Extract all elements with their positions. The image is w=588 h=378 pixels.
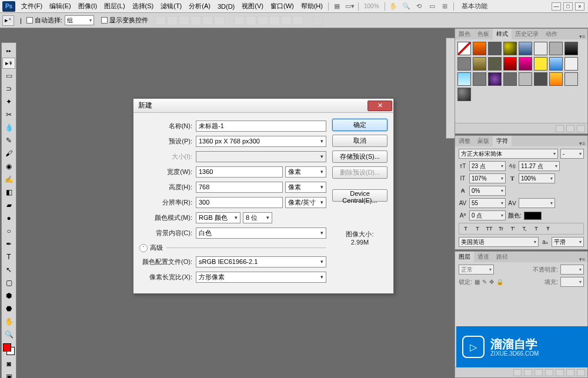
menu-edit[interactable]: 编辑(E) <box>46 2 75 11</box>
menu-file[interactable]: 文件(F) <box>18 2 46 11</box>
dist-right-icon[interactable] <box>293 16 303 25</box>
fill-input[interactable] <box>560 277 584 287</box>
opacity-input[interactable] <box>560 265 584 275</box>
style-swatch[interactable] <box>519 72 532 86</box>
style-swatch[interactable] <box>564 42 578 55</box>
crop-tool[interactable]: ✂ <box>2 109 15 121</box>
preset-select[interactable]: 1360 px X 768 px300 <box>196 136 326 147</box>
tab-styles[interactable]: 样式 <box>493 29 512 39</box>
style-swatch[interactable] <box>534 57 547 71</box>
vscale-input[interactable]: 107% <box>469 173 506 183</box>
hand-icon[interactable]: ✋ <box>388 2 399 11</box>
panel-menu-icon[interactable]: ▾≡ <box>577 141 587 146</box>
save-preset-button[interactable]: 存储预设(S)... <box>332 150 387 163</box>
minimize-button[interactable]: — <box>552 2 561 11</box>
style-swatch[interactable] <box>564 57 578 71</box>
trash-icon[interactable] <box>577 369 585 376</box>
faux-bold[interactable]: T <box>460 225 471 233</box>
style-swatch[interactable] <box>503 72 517 86</box>
width-unit-select[interactable]: 像素 <box>285 166 326 178</box>
style-swatch[interactable] <box>473 72 486 86</box>
tab-layers[interactable]: 图层 <box>455 252 474 262</box>
wand-tool[interactable]: ✦ <box>2 96 15 108</box>
color-swatch[interactable] <box>3 343 15 355</box>
history-icon[interactable]: ▭▾ <box>345 2 355 11</box>
type-tool[interactable]: T <box>2 251 15 263</box>
auto-select-checkbox[interactable]: 自动选择: <box>26 16 62 25</box>
link-icon[interactable] <box>513 369 522 376</box>
blend-mode-select[interactable]: 正常 <box>459 265 494 275</box>
3d-tool[interactable]: ⬢ <box>2 290 15 302</box>
style-swatch[interactable] <box>503 57 517 71</box>
eraser-tool[interactable]: ◧ <box>2 186 15 198</box>
brush-tool[interactable]: 🖌 <box>2 148 15 159</box>
panel-menu-icon[interactable]: ▾≡ <box>577 34 587 39</box>
menu-help[interactable]: 帮助(H) <box>298 2 326 11</box>
superscript[interactable]: T' <box>507 225 518 233</box>
height-input[interactable] <box>196 182 283 193</box>
style-swatch[interactable] <box>549 57 563 71</box>
strike[interactable]: Ŧ <box>543 225 553 233</box>
style-swatch[interactable] <box>488 42 502 55</box>
tab-history[interactable]: 历史记录 <box>512 29 542 39</box>
align-right-icon[interactable] <box>214 16 225 25</box>
blur-tool[interactable]: ● <box>2 212 15 224</box>
kern2-input[interactable] <box>519 198 555 208</box>
tab-paths[interactable]: 路径 <box>493 252 512 262</box>
menu-image[interactable]: 图像(I) <box>75 2 101 11</box>
tab-actions[interactable]: 动作 <box>542 29 561 39</box>
name-input[interactable] <box>196 121 326 132</box>
maximize-button[interactable]: □ <box>563 2 573 11</box>
style-swatch[interactable] <box>457 57 471 71</box>
font-size-input[interactable]: 23 点 <box>469 161 506 171</box>
zoom-level[interactable]: 100% <box>364 3 379 9</box>
dialog-titlebar[interactable]: 新建 ✕ <box>133 99 393 113</box>
mode-select[interactable]: RGB 颜色 <box>196 212 240 223</box>
lang-select[interactable]: 美国英语 <box>459 237 539 247</box>
menu-filter[interactable]: 滤镜(T) <box>157 2 185 11</box>
lock-paint-icon[interactable]: ✎ <box>482 279 487 285</box>
text-color-swatch[interactable] <box>524 212 542 220</box>
font-style-select[interactable]: - <box>560 149 584 159</box>
align-vcenter-icon[interactable] <box>167 16 178 25</box>
all-caps[interactable]: TT <box>484 225 495 233</box>
profile-select[interactable]: sRGB IEC61966-2.1 <box>196 256 326 267</box>
menu-analysis[interactable]: 分析(A) <box>185 2 214 11</box>
style-swatch[interactable] <box>519 42 532 55</box>
pen-tool[interactable]: ✒ <box>2 238 15 250</box>
collapsed-panel-strip[interactable] <box>446 38 455 139</box>
newlayer-icon[interactable] <box>566 369 574 376</box>
adjust-icon[interactable] <box>545 369 553 376</box>
style-swatch[interactable] <box>549 42 563 55</box>
menu-3d[interactable]: 3D(D) <box>214 3 238 10</box>
height-unit-select[interactable]: 像素 <box>285 182 326 193</box>
align-left-icon[interactable] <box>191 16 201 25</box>
collapse-icon[interactable]: ▸▸ <box>2 45 15 56</box>
tab-channels[interactable]: 通道 <box>474 252 493 262</box>
underline[interactable]: T <box>531 225 542 233</box>
advanced-toggle[interactable]: ˇ <box>139 244 148 252</box>
dialog-close-button[interactable]: ✕ <box>368 101 392 111</box>
tab-char[interactable]: 字符 <box>493 136 512 146</box>
lock-all-icon[interactable]: 🔒 <box>496 279 503 285</box>
style-swatch[interactable] <box>534 72 547 86</box>
subscript[interactable]: T, <box>519 225 530 233</box>
kerning-input[interactable]: 55 <box>469 198 506 208</box>
rotate-icon[interactable]: ⟲ <box>414 2 425 11</box>
tracking-input[interactable]: 0% <box>469 186 506 196</box>
new-style-icon[interactable] <box>566 125 574 132</box>
style-swatch[interactable] <box>457 88 471 101</box>
align-hcenter-icon[interactable] <box>202 16 213 25</box>
baseline-input[interactable]: 0 点 <box>469 210 506 220</box>
tool-preset-icon[interactable]: ▸⁺ <box>2 15 14 26</box>
hand-tool[interactable]: ✋ <box>2 316 15 327</box>
res-unit-select[interactable]: 像素/英寸 <box>285 197 326 208</box>
small-caps[interactable]: Tr <box>496 225 506 233</box>
zoom-tool[interactable]: 🔍 <box>2 329 15 340</box>
auto-select-dropdown[interactable]: 组 <box>65 15 94 25</box>
dist-vcenter-icon[interactable] <box>246 16 256 25</box>
lasso-tool[interactable]: ⊃ <box>2 83 15 95</box>
clear-style-icon[interactable] <box>556 125 564 132</box>
ok-button[interactable]: 确定 <box>332 119 387 131</box>
move-tool[interactable]: ▸⁺ <box>2 58 15 69</box>
